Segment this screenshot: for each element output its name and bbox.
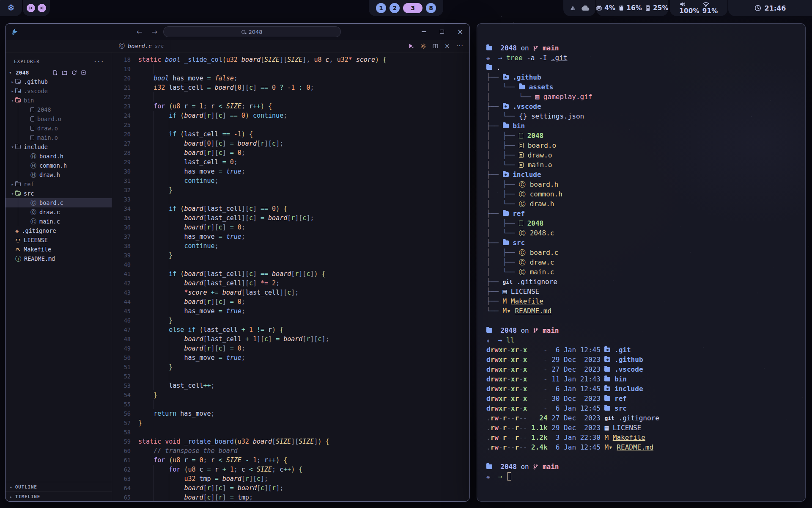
system-stats-widget[interactable]: 4% 16% 25% (596, 0, 668, 16)
tree-item-ref[interactable]: ▸ref (5, 179, 112, 189)
code-line-39[interactable]: 39 } (112, 251, 469, 260)
code-line-23[interactable]: 23 for (u8 r = 1; r < SIZE; r++) { (112, 102, 469, 111)
code-line-41[interactable]: 41 if (board[last_cell][c] == board[r][c… (112, 269, 469, 279)
nav-forward-button[interactable]: → (151, 28, 157, 36)
code-line-35[interactable]: 35 board[last_cell][c] = board[r][c]; (112, 213, 469, 223)
command-center-search[interactable]: 2048 (163, 26, 341, 37)
tree-root-2048[interactable]: ▾ 2048 (5, 68, 112, 77)
code-line-52[interactable]: 52 (112, 372, 469, 381)
workspace-8[interactable]: 8 (426, 3, 436, 13)
next-track-button[interactable] (38, 4, 46, 12)
collapse-folders-button[interactable] (81, 70, 86, 75)
code-line-53[interactable]: 53 last_cell++; (112, 381, 469, 390)
code-line-63[interactable]: 63 u32 tmp = board[r][c]; (112, 474, 469, 483)
tree-item--vscode[interactable]: ▸.vscode (5, 86, 112, 96)
code-line-44[interactable]: 44 board[r][c] = 0; (112, 297, 469, 306)
tree-item-common-h[interactable]: Ⓗcommon.h (5, 161, 112, 170)
refresh-button[interactable] (71, 70, 77, 75)
code-line-64[interactable]: 64 board[r][c] = board[c][r]; (112, 483, 469, 493)
code-line-45[interactable]: 45 has_move = true; (112, 306, 469, 316)
nav-back-button[interactable]: ← (137, 28, 142, 36)
terminal-window[interactable]: 2048 on main❋ → tree -a -I .git .├── .gi… (477, 23, 806, 502)
code-line-19[interactable]: 19 (112, 64, 469, 74)
code-line-54[interactable]: 54 } (112, 390, 469, 400)
code-line-48[interactable]: 48 board[last_cell + 1][c] = board[r][c]… (112, 334, 469, 344)
code-line-18[interactable]: 18static bool _slide_col(u32 board[SIZE]… (112, 55, 469, 64)
tree-item-main-c[interactable]: Ⓒmain.c (5, 217, 112, 226)
workspace-2[interactable]: 2 (390, 3, 400, 13)
code-line-47[interactable]: 47 else if (last_cell + 1 != r) { (112, 325, 469, 334)
code-line-59[interactable]: 59static void _rotate_board(u32 board[SI… (112, 437, 469, 446)
code-line-40[interactable]: 40 (112, 260, 469, 269)
tree-item-src[interactable]: ▾src (5, 189, 112, 198)
code-line-65[interactable]: 65 board[c][r] = tmp; (112, 493, 469, 501)
tree-item-readme-md[interactable]: ⓘREADME.md (5, 254, 112, 263)
code-line-60[interactable]: 60 // transpose the board (112, 446, 469, 456)
tree-item-draw-h[interactable]: Ⓗdraw.h (5, 170, 112, 179)
code-line-57[interactable]: 57} (112, 418, 469, 428)
tree-item-makefile[interactable]: Makefile (5, 245, 112, 254)
code-line-26[interactable]: 26 if (last_cell == -1) { (112, 130, 469, 139)
code-line-55[interactable]: 55 (112, 400, 469, 409)
code-line-42[interactable]: 42 board[last_cell][c] *= 2; (112, 279, 469, 288)
new-file-button[interactable] (52, 70, 58, 75)
minimize-button[interactable] (420, 28, 427, 35)
code-line-58[interactable]: 58 (112, 428, 469, 437)
code-line-49[interactable]: 49 board[r][c] = 0; (112, 344, 469, 353)
code-line-33[interactable]: 33 (112, 195, 469, 204)
more-actions-button[interactable]: ··· (456, 42, 464, 50)
code-line-32[interactable]: 32 } (112, 185, 469, 195)
code-line-21[interactable]: 21 i32 last_cell = board[0][c] == 0 ? -1… (112, 83, 469, 92)
section-timeline[interactable]: ▸TIMELINE (5, 491, 112, 501)
code-line-25[interactable]: 25 (112, 120, 469, 130)
audio-network-widget[interactable]: 100% 91% (670, 0, 727, 16)
tree-item-board-h[interactable]: Ⓗboard.h (5, 152, 112, 161)
code-line-20[interactable]: 20 bool has_move = false; (112, 74, 469, 83)
run-button[interactable] (408, 43, 414, 49)
code-line-56[interactable]: 56 return has_move; (112, 409, 469, 418)
close-editor-button[interactable]: × (444, 42, 450, 50)
explorer-more-button[interactable]: ··· (93, 58, 104, 65)
tab-board-c[interactable]: Ⓒ board.c src (112, 40, 171, 52)
previous-track-button[interactable] (27, 4, 35, 12)
code-line-24[interactable]: 24 if (board[r][c] == 0) continue; (112, 111, 469, 120)
maximize-button[interactable] (439, 28, 445, 35)
split-editor-button[interactable] (433, 44, 438, 49)
settings-gear-button[interactable] (420, 43, 426, 49)
code-line-27[interactable]: 27 board[0][c] = board[r][c]; (112, 139, 469, 148)
code-line-34[interactable]: 34 if (board[last_cell][c] == 0) { (112, 204, 469, 213)
code-line-22[interactable]: 22 (112, 92, 469, 102)
clock-widget[interactable]: 21:46 (728, 0, 812, 16)
code-line-62[interactable]: 62 for (u8 c = r + 1; c < SIZE; c++) { (112, 465, 469, 474)
new-folder-button[interactable] (62, 70, 68, 75)
tree-item-license[interactable]: LICENSE (5, 235, 112, 245)
code-line-30[interactable]: 30 has_move = true; (112, 167, 469, 176)
tree-item-board-c[interactable]: Ⓒboard.c (5, 198, 112, 207)
code-line-38[interactable]: 38 continue; (112, 241, 469, 251)
code-line-29[interactable]: 29 last_cell = 0; (112, 157, 469, 167)
code-line-28[interactable]: 28 board[r][c] = 0; (112, 148, 469, 157)
code-line-46[interactable]: 46 } (112, 316, 469, 325)
code-line-61[interactable]: 61 for (u8 r = 0; r < SIZE - 1; r++) { (112, 456, 469, 465)
tree-item--gitignore[interactable]: ◈.gitignore (5, 226, 112, 235)
code-line-37[interactable]: 37 has_move = true; (112, 232, 469, 241)
tree-item-bin[interactable]: ▾bin (5, 96, 112, 105)
code-editor[interactable]: 18static bool _slide_col(u32 board[SIZE]… (112, 52, 469, 501)
tree-item-include[interactable]: ▾include (5, 142, 112, 152)
close-window-button[interactable]: × (457, 28, 464, 35)
launcher-button[interactable]: ❄ (0, 0, 22, 16)
code-line-43[interactable]: 43 *score += board[last_cell][c]; (112, 288, 469, 297)
section-outline[interactable]: ▸OUTLINE (5, 482, 112, 491)
workspace-1[interactable]: 1 (376, 3, 386, 13)
code-line-50[interactable]: 50 has_move = true; (112, 353, 469, 362)
code-line-31[interactable]: 31 continue; (112, 176, 469, 185)
weather-widget[interactable] (563, 0, 595, 16)
tree-item-main-o[interactable]: main.o (5, 133, 112, 142)
workspace-3-active[interactable]: 3 (403, 3, 422, 13)
code-line-36[interactable]: 36 board[r][c] = 0; (112, 223, 469, 232)
tree-item-2048[interactable]: 2048 (5, 105, 112, 114)
tree-item--github[interactable]: ▸.github (5, 77, 112, 86)
code-line-51[interactable]: 51 } (112, 362, 469, 372)
tree-item-board-o[interactable]: board.o (5, 114, 112, 124)
tree-item-draw-o[interactable]: draw.o (5, 124, 112, 133)
